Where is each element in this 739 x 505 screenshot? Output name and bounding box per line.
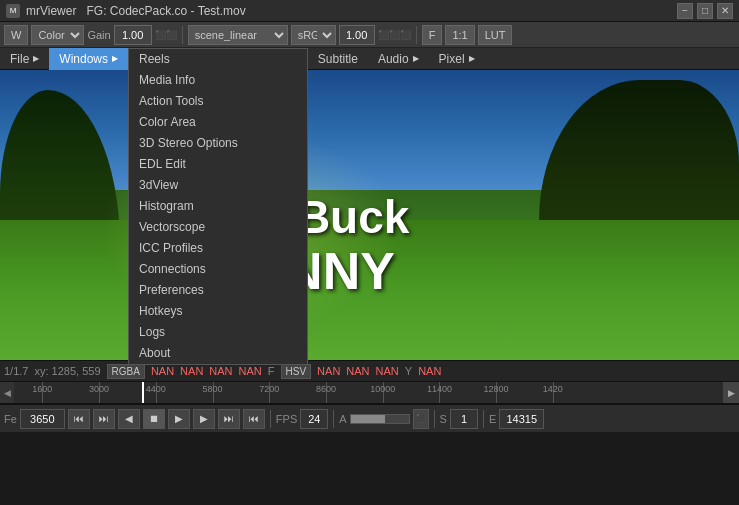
hsv-s: NAN xyxy=(346,365,369,377)
menu-item-pixel[interactable]: Pixel ▶ xyxy=(429,48,485,70)
dropdown-item-edl-edit[interactable]: EDL Edit xyxy=(129,154,307,175)
pixel-arrow: ▶ xyxy=(469,54,475,63)
menubar: File ▶ Windows ▶ Reels Media Info Action… xyxy=(0,48,739,70)
rgba-v3: NAN xyxy=(209,365,232,377)
btn-next-key[interactable]: ⏭ xyxy=(218,409,240,429)
e-input[interactable] xyxy=(499,409,544,429)
timeline[interactable]: ◀ 1600 3000 4400 5800 7200 8600 10000 11… xyxy=(0,382,739,404)
menu-item-windows[interactable]: Windows ▶ Reels Media Info Action Tools … xyxy=(49,48,128,70)
audio-arrow: ▶ xyxy=(413,54,419,63)
windows-arrow: ▶ xyxy=(112,54,118,63)
dropdown-item-logs[interactable]: Logs xyxy=(129,322,307,343)
s-label: S xyxy=(440,413,447,425)
btn-prev-key[interactable]: ⏭ xyxy=(93,409,115,429)
gamma-indicator: ⬛⬛ xyxy=(155,30,177,40)
menu-item-subtitle[interactable]: Subtitle xyxy=(308,48,368,70)
fps-input[interactable] xyxy=(300,409,328,429)
lut-button[interactable]: LUT xyxy=(478,25,513,45)
ctrl-sep-2 xyxy=(333,410,334,428)
app-icon: M xyxy=(6,4,20,18)
btn-next-frame[interactable]: ▶ xyxy=(193,409,215,429)
gain-input[interactable] xyxy=(114,25,152,45)
audio-slider-fill xyxy=(351,415,386,423)
hsv-badge: HSV xyxy=(281,364,312,379)
timeline-label-2: 4400 xyxy=(146,384,166,394)
title-bar-left: M mrViewer FG: CodecPack.co - Test.mov xyxy=(6,4,246,18)
dropdown-item-preferences[interactable]: Preferences xyxy=(129,280,307,301)
dropdown-item-vectorscope[interactable]: Vectorscope xyxy=(129,217,307,238)
ctrl-sep-1 xyxy=(270,410,271,428)
toolbar-sep-1 xyxy=(182,26,183,44)
btn-stop[interactable]: ⏹ xyxy=(143,409,165,429)
timeline-end-button[interactable]: ▶ xyxy=(723,382,739,404)
btn-prev-frame[interactable]: ◀ xyxy=(118,409,140,429)
timeline-track[interactable]: 1600 3000 4400 5800 7200 8600 10000 1140… xyxy=(14,382,723,404)
color-select[interactable]: Color xyxy=(31,25,84,45)
audio-slider[interactable] xyxy=(350,414,410,424)
dropdown-item-histogram[interactable]: Histogram xyxy=(129,196,307,217)
menu-item-file[interactable]: File ▶ xyxy=(0,48,49,70)
rgba-v1: NAN xyxy=(151,365,174,377)
y-val: NAN xyxy=(418,365,441,377)
toolbar-sep-2 xyxy=(416,26,417,44)
timeline-label-5: 8600 xyxy=(316,384,336,394)
btn-go-start[interactable]: ⏮ xyxy=(68,409,90,429)
e-label: E xyxy=(489,413,496,425)
w-button[interactable]: W xyxy=(4,25,28,45)
rgba-v2: NAN xyxy=(180,365,203,377)
btn-play[interactable]: ▶ xyxy=(168,409,190,429)
dropdown-item-icc-profiles[interactable]: ICC Profiles xyxy=(129,238,307,259)
timeline-start-handle: ◀ xyxy=(0,382,14,404)
title-text: mrViewer FG: CodecPack.co - Test.mov xyxy=(26,4,246,18)
ratio-button[interactable]: 1:1 xyxy=(445,25,474,45)
timeline-label-7: 11400 xyxy=(427,384,452,394)
fps-label: FPS xyxy=(276,413,297,425)
colorspace-select[interactable]: scene_linear xyxy=(188,25,288,45)
ctrl-sep-4 xyxy=(483,410,484,428)
dropdown-item-about[interactable]: About xyxy=(129,343,307,364)
timeline-label-0: 1600 xyxy=(32,384,52,394)
a-label: A xyxy=(339,413,346,425)
video-area[interactable]: Big Buck BUNNY xyxy=(0,70,739,360)
dropdown-item-3d-stereo[interactable]: 3D Stereo Options xyxy=(129,133,307,154)
statusbar: 1/1.7 xy: 1285, 559 RGBA NAN NAN NAN NAN… xyxy=(0,360,739,382)
toolbar: W Color Gain ⬛⬛ scene_linear sRGB ⬛⬛⬛ F … xyxy=(0,22,739,48)
timeline-playhead[interactable] xyxy=(142,382,144,404)
title-bar-controls: − □ ✕ xyxy=(677,3,733,19)
dropdown-item-color-area[interactable]: Color Area xyxy=(129,112,307,133)
btn-go-end[interactable]: ⏮ xyxy=(243,409,265,429)
timeline-label-4: 7200 xyxy=(259,384,279,394)
minimize-button[interactable]: − xyxy=(677,3,693,19)
timeline-label-1: 3000 xyxy=(89,384,109,394)
dropdown-item-action-tools[interactable]: Action Tools xyxy=(129,91,307,112)
title-bar: M mrViewer FG: CodecPack.co - Test.mov −… xyxy=(0,0,739,22)
icc-value-input[interactable] xyxy=(339,25,375,45)
rgba-v4: NAN xyxy=(239,365,262,377)
dropdown-item-hotkeys[interactable]: Hotkeys xyxy=(129,301,307,322)
dropdown-item-3dview[interactable]: 3dView xyxy=(129,175,307,196)
maximize-button[interactable]: □ xyxy=(697,3,713,19)
close-button[interactable]: ✕ xyxy=(717,3,733,19)
frame-input[interactable] xyxy=(20,409,65,429)
fe-label: Fe xyxy=(4,413,17,425)
hsv-v: NAN xyxy=(376,365,399,377)
hsv-h: NAN xyxy=(317,365,340,377)
coords: xy: 1285, 559 xyxy=(34,365,100,377)
ctrl-sep-3 xyxy=(434,410,435,428)
file-arrow: ▶ xyxy=(33,54,39,63)
icc-graphic: ⬛⬛⬛ xyxy=(378,30,411,40)
icc-select[interactable]: sRGB xyxy=(291,25,336,45)
dropdown-item-connections[interactable]: Connections xyxy=(129,259,307,280)
dropdown-item-media-info[interactable]: Media Info xyxy=(129,70,307,91)
f-button[interactable]: F xyxy=(422,25,443,45)
controls-bar: Fe ⏮ ⏭ ◀ ⏹ ▶ ▶ ⏭ ⏮ FPS A ⬛ S E xyxy=(0,404,739,432)
windows-submenu: Reels Media Info Action Tools Color Area… xyxy=(128,48,308,365)
menu-item-audio[interactable]: Audio ▶ xyxy=(368,48,429,70)
frame-info: 1/1.7 xyxy=(4,365,28,377)
f-label: F xyxy=(268,365,275,377)
dropdown-item-reels[interactable]: Reels xyxy=(129,49,307,70)
audio-settings-btn[interactable]: ⬛ xyxy=(413,409,429,429)
s-input[interactable] xyxy=(450,409,478,429)
timeline-label-8: 12800 xyxy=(484,384,509,394)
gain-label: Gain xyxy=(87,29,110,41)
